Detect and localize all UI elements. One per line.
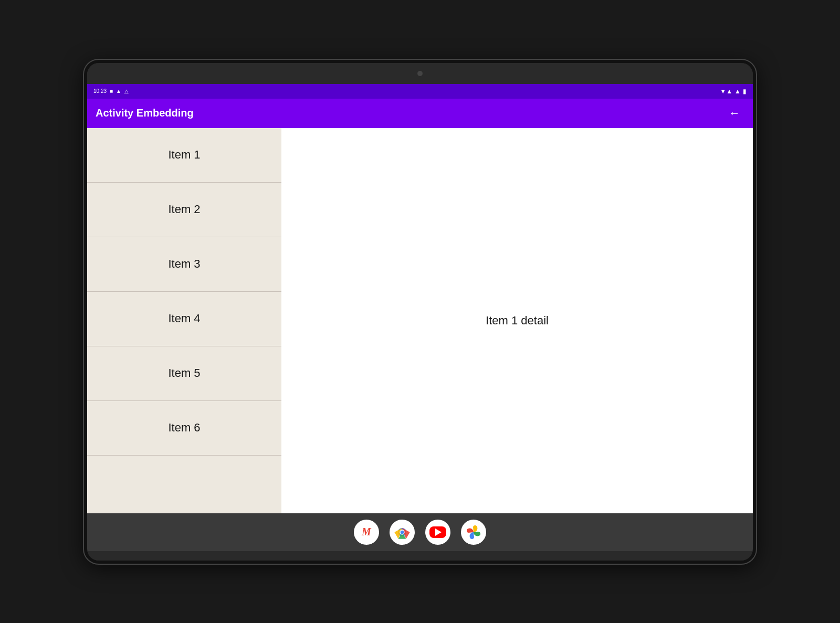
- gmail-app-icon[interactable]: M: [354, 520, 379, 545]
- tablet-bottom-bar: [87, 551, 753, 561]
- status-right: ▼▲ ▲ ▮: [720, 88, 747, 95]
- taskbar: M: [87, 513, 753, 551]
- chrome-app-icon[interactable]: [390, 520, 415, 545]
- list-item-2-label: Item 2: [168, 203, 200, 216]
- list-item-5[interactable]: Item 5: [87, 346, 281, 401]
- chrome-svg: [394, 524, 411, 541]
- gmail-letter: M: [362, 526, 371, 538]
- list-item-6[interactable]: Item 6: [87, 401, 281, 456]
- list-item-3-label: Item 3: [168, 257, 200, 271]
- youtube-play-icon: [435, 529, 442, 536]
- app-title: Activity Embedding: [96, 107, 724, 119]
- list-item-6-label: Item 6: [168, 421, 200, 435]
- photos-app-icon[interactable]: [461, 520, 486, 545]
- list-item-5-label: Item 5: [168, 366, 200, 380]
- tablet-frame: 10:23 ■ ▲ △ ▼▲ ▲ ▮ Activity Embedding ← …: [84, 60, 756, 564]
- main-content: Item 1 Item 2 Item 3 Item 4 Item 5 Item …: [87, 128, 753, 513]
- signal-icon: ▲: [734, 88, 741, 95]
- list-item-4[interactable]: Item 4: [87, 292, 281, 346]
- wifi-icon: ▼▲: [720, 88, 732, 95]
- status-left: 10:23 ■ ▲ △: [93, 88, 129, 94]
- status-bar: 10:23 ■ ▲ △ ▼▲ ▲ ▮: [87, 84, 753, 99]
- app-bar: Activity Embedding ←: [87, 99, 753, 128]
- notification-icon: ■: [110, 88, 113, 94]
- list-item-1-label: Item 1: [168, 148, 200, 162]
- detail-panel: Item 1 detail: [281, 128, 753, 513]
- list-item-3[interactable]: Item 3: [87, 237, 281, 292]
- youtube-bg: [429, 526, 446, 538]
- tablet-top-bar: [87, 63, 753, 84]
- detail-text: Item 1 detail: [486, 314, 549, 328]
- storage-icon: ▲: [116, 88, 121, 94]
- battery-icon: ▮: [743, 88, 747, 95]
- list-panel: Item 1 Item 2 Item 3 Item 4 Item 5 Item …: [87, 128, 281, 513]
- list-item-2[interactable]: Item 2: [87, 183, 281, 237]
- camera: [417, 71, 423, 76]
- time-display: 10:23: [93, 88, 107, 94]
- drive-icon: △: [124, 88, 129, 94]
- svg-point-3: [401, 530, 404, 534]
- back-button[interactable]: ←: [724, 102, 744, 124]
- youtube-app-icon[interactable]: [425, 520, 450, 545]
- list-item-1[interactable]: Item 1: [87, 128, 281, 183]
- list-item-4-label: Item 4: [168, 312, 200, 325]
- tablet-screen: 10:23 ■ ▲ △ ▼▲ ▲ ▮ Activity Embedding ← …: [87, 84, 753, 551]
- photos-svg: [464, 523, 483, 542]
